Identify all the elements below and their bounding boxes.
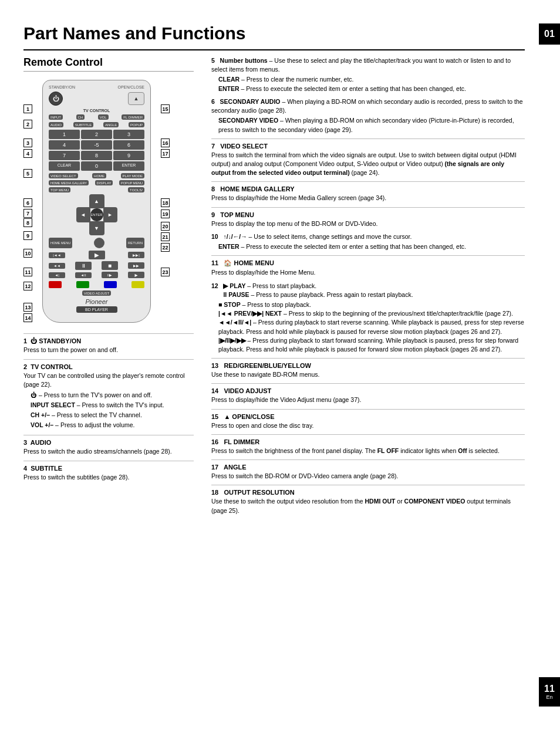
- section-badge-top: 01: [539, 23, 560, 45]
- label-16: 16: [161, 138, 170, 147]
- num-7[interactable]: 7: [49, 151, 80, 160]
- next-btn[interactable]: ▶▶|: [128, 252, 144, 258]
- fl-dimmer-btn[interactable]: FL DIMMER: [122, 114, 144, 120]
- tv-control-row: INPUT CH VOL FL DIMMER: [49, 114, 144, 120]
- desc-3: 3 AUDIO Press to switch the audio stream…: [23, 435, 194, 456]
- popup-menu-btn[interactable]: POPUP: [129, 122, 144, 127]
- right-item-12-sub: ■ STOP – Press to stop playback. |◄◄ PRE…: [218, 300, 525, 354]
- nav-up-btn[interactable]: ▲: [89, 194, 104, 208]
- home-btn[interactable]: HOME: [92, 173, 106, 178]
- red-btn[interactable]: [49, 281, 62, 288]
- open-close-btn[interactable]: ▲: [128, 92, 144, 105]
- right-item-18-title: 18 OUTPUT RESOLUTION: [211, 489, 525, 496]
- enter-center-btn[interactable]: ENTER: [90, 208, 103, 221]
- function-btns-row: AUDIO SUBTITLE ANGLE POPUP: [49, 122, 144, 127]
- right-item-7: 7 VIDEO SELECT Press to switch the termi…: [211, 138, 525, 178]
- num-5[interactable]: -5: [81, 140, 112, 150]
- dot-btn[interactable]: [94, 238, 104, 248]
- nav-right-btn[interactable]: ►: [103, 207, 117, 222]
- play-mode-btn[interactable]: PLAY MODE: [121, 173, 144, 178]
- fwd-slow-btn[interactable]: II▶: [102, 272, 118, 278]
- right-item-8-title: 8 HOME MEDIA GALLERY: [211, 185, 525, 192]
- right-column: 5 Number buttons – Use these to select a…: [205, 56, 525, 519]
- page-title: Part Names and Functions: [23, 23, 525, 50]
- ch-btn[interactable]: CH: [76, 114, 85, 120]
- right-item-14: 14 VIDEO ADJUST Press to display/hide th…: [211, 383, 525, 404]
- popup-menu-btn2[interactable]: POPUP MENU: [119, 180, 144, 185]
- audio-btn[interactable]: AUDIO: [49, 122, 63, 127]
- right-item-7-title: 7 VIDEO SELECT: [211, 143, 525, 150]
- right-item-15: 15 ▲ OPEN/CLOSE Press to open and close …: [211, 409, 525, 430]
- left-descriptions: 1 ⏻ STANDBY/ON Press to turn the power o…: [23, 333, 194, 482]
- top-menu-btn[interactable]: TOP MENU: [49, 187, 70, 192]
- stop-btn[interactable]: ■: [102, 261, 118, 270]
- num-4[interactable]: 4: [49, 140, 80, 150]
- content-area: Remote Control 1 2 3 4 5 6 7 8 9: [23, 56, 525, 519]
- input-select-btn[interactable]: INPUT: [49, 114, 63, 120]
- yellow-btn[interactable]: [131, 281, 144, 288]
- desc-2-indent: ⏻ – Press to turn the TV's power on and …: [31, 391, 194, 430]
- right-item-9-title: 9 TOP MENU: [211, 211, 525, 218]
- num-clear[interactable]: CLEAR: [49, 161, 80, 171]
- video-adjust-btn[interactable]: VIDEO ADJUST: [82, 290, 111, 296]
- video-adjust-row: VIDEO ADJUST: [49, 290, 144, 296]
- num-9[interactable]: 9: [113, 151, 144, 160]
- num-enter[interactable]: ENTER: [113, 161, 144, 171]
- transport-row-1: |◄◄ ▶ ▶▶|: [49, 251, 144, 259]
- video-select-btn[interactable]: VIDEO SELECT: [49, 173, 78, 178]
- num-3[interactable]: 3: [113, 130, 144, 139]
- fwd-scan-btn[interactable]: ▶▶: [128, 262, 144, 269]
- home-media-gallery-btn[interactable]: HOME MEDIA GALLERY: [49, 180, 89, 185]
- play-btn[interactable]: ▶: [89, 251, 105, 259]
- label-1: 1: [23, 104, 32, 113]
- right-item-17: 17 ANGLE Press to switch the BD-ROM or D…: [211, 459, 525, 481]
- rev-scan-btn[interactable]: ◄◄: [49, 263, 65, 269]
- nav-left-btn[interactable]: ◄: [76, 207, 90, 222]
- blue-btn[interactable]: [104, 281, 117, 288]
- num-6[interactable]: 6: [113, 140, 144, 150]
- label-8: 8: [23, 218, 32, 227]
- label-22: 22: [161, 243, 170, 252]
- home-menu-btn[interactable]: HOME MENU: [49, 238, 72, 248]
- right-item-5: 5 Number buttons – Use these to select a…: [211, 56, 525, 93]
- fwd-step-btn[interactable]: |▶: [128, 272, 144, 278]
- right-item-10: 10 ↑/↓/←/→ – Use to select items, change…: [211, 232, 525, 251]
- label-15: 15: [161, 104, 170, 113]
- desc-4: 4 SUBTITLE Press to switch the subtitles…: [23, 461, 194, 482]
- right-item-12: 12 ▶ PLAY – Press to start playback. II …: [211, 282, 525, 354]
- label-23: 23: [161, 268, 170, 276]
- right-item-18: 18 OUTPUT RESOLUTION Use these to switch…: [211, 485, 525, 515]
- num-1[interactable]: 1: [49, 130, 80, 139]
- right-item-8: 8 HOME MEDIA GALLERY Press to display/hi…: [211, 181, 525, 202]
- home-return-row: HOME MENU RETURN: [49, 238, 144, 248]
- label-18: 18: [161, 198, 170, 207]
- num-2[interactable]: 2: [81, 130, 112, 139]
- remote-control-heading: Remote Control: [23, 56, 194, 72]
- green-btn[interactable]: [76, 281, 89, 288]
- rev-slow-btn[interactable]: ◄II: [75, 272, 92, 278]
- num-8[interactable]: 8: [81, 151, 112, 160]
- standby-btn[interactable]: ⏻: [49, 92, 63, 106]
- return-btn[interactable]: RETURN: [126, 238, 144, 248]
- right-item-9: 9 TOP MENU Press to display the top menu…: [211, 207, 525, 228]
- label-12: 12: [23, 282, 32, 290]
- left-number-labels: 1 2 3 4 5 6 7 8 9 10 11 12 13 14: [23, 102, 40, 325]
- vol-btn[interactable]: VOL: [98, 114, 109, 120]
- prev-btn[interactable]: |◄◄: [49, 252, 65, 258]
- tv-control-label: TV CONTROL: [49, 109, 144, 113]
- num-0[interactable]: 0: [81, 161, 112, 171]
- right-item-6: 6 SECONDARY AUDIO – When playing a BD-RO…: [211, 97, 525, 134]
- transport-row-3: ◄| ◄II II▶ |▶: [49, 272, 144, 278]
- angle-btn[interactable]: ANGLE: [103, 122, 119, 127]
- tools-btn[interactable]: TOOLS/: [128, 187, 144, 192]
- subtitle-btn[interactable]: SUBTITLE: [73, 122, 94, 127]
- label-7: 7: [23, 209, 32, 218]
- rev-step-btn[interactable]: ◄|: [49, 272, 65, 278]
- label-6: 6: [23, 198, 32, 207]
- label-9: 9: [23, 231, 32, 240]
- pause-btn[interactable]: ⏸: [75, 262, 92, 270]
- nav-down-btn[interactable]: ▼: [89, 221, 104, 235]
- right-item-17-title: 17 ANGLE: [211, 464, 525, 471]
- label-5: 5: [23, 169, 32, 178]
- display-btn[interactable]: DISPLAY: [95, 180, 113, 185]
